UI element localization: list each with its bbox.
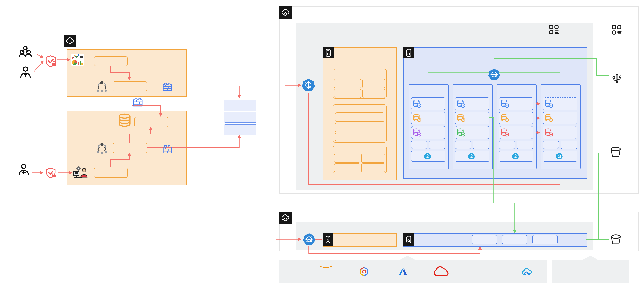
db-cluster-item bbox=[455, 97, 489, 110]
metrics-chip bbox=[543, 140, 559, 149]
db-icon bbox=[413, 99, 422, 108]
chip-oteld-exporter bbox=[334, 79, 361, 88]
tencent-cloud-logo bbox=[522, 267, 532, 276]
chip-ellipsis bbox=[362, 89, 385, 98]
open-api-top-button bbox=[113, 81, 147, 92]
open-api-bottom-button bbox=[113, 143, 147, 153]
db-cluster-item bbox=[411, 112, 446, 124]
metadb-box bbox=[134, 117, 168, 127]
kubelet-chip bbox=[543, 151, 577, 162]
db-icon bbox=[500, 128, 509, 137]
db-cluster-item bbox=[543, 112, 577, 124]
service-k8s-icon bbox=[488, 68, 500, 81]
db-cluster-item bbox=[499, 97, 533, 110]
db-icon bbox=[457, 114, 466, 122]
chip-ellipsis bbox=[335, 132, 384, 141]
network-policy-icon bbox=[162, 82, 172, 92]
nlb-icon bbox=[612, 72, 622, 84]
k8s-api-server-icon bbox=[303, 232, 315, 246]
chip-mysql-cr bbox=[335, 112, 384, 122]
aws-logo bbox=[318, 265, 334, 277]
kb-env-dots-box bbox=[224, 112, 256, 122]
platform-engineers-icon bbox=[17, 163, 30, 177]
ha-chip bbox=[473, 140, 489, 149]
oracle-logo bbox=[432, 265, 450, 278]
chip-backup-pitr bbox=[334, 89, 361, 98]
db-cluster-item bbox=[499, 126, 533, 139]
node-chip bbox=[532, 235, 558, 244]
db-icon bbox=[544, 99, 553, 108]
db-cluster-item bbox=[543, 97, 577, 110]
db-icon bbox=[544, 128, 553, 137]
ha-chip bbox=[429, 140, 446, 149]
api-icon bbox=[96, 141, 108, 155]
azure-logo bbox=[399, 267, 407, 276]
node-chip bbox=[502, 235, 528, 244]
developers-icon bbox=[16, 46, 35, 61]
legend-control-line bbox=[94, 16, 158, 16]
k8s-icon bbox=[512, 153, 519, 160]
db-cluster-item bbox=[411, 126, 446, 139]
k8s-icon bbox=[468, 153, 475, 160]
db-icon bbox=[457, 128, 466, 137]
chip-alertmgr bbox=[334, 164, 360, 172]
api-icon bbox=[96, 80, 108, 93]
kubeblocks-logo-icon bbox=[403, 47, 414, 58]
s3-bucket-icon bbox=[610, 146, 622, 159]
chip-prometheus bbox=[334, 154, 360, 163]
kb-env-n-box bbox=[224, 124, 256, 135]
metrics-chip bbox=[455, 140, 471, 149]
db-icon bbox=[544, 114, 553, 122]
db-icon bbox=[500, 114, 509, 122]
ha-chip bbox=[561, 140, 577, 149]
region-n-cloud-icon bbox=[279, 212, 292, 224]
google-cloud-logo bbox=[359, 267, 369, 276]
network-policy-icon bbox=[162, 144, 172, 154]
ha-chip bbox=[517, 140, 533, 149]
chip-ellipsis bbox=[361, 164, 385, 172]
db-cluster-item bbox=[455, 112, 489, 124]
auth-shield-icon bbox=[46, 167, 57, 179]
apps-inside-icon bbox=[549, 24, 560, 35]
db-icon bbox=[500, 99, 509, 108]
admin-console-button bbox=[94, 168, 128, 178]
admin-engineer-icon bbox=[73, 165, 90, 179]
chip-sql-audit bbox=[362, 79, 385, 88]
db-icon bbox=[413, 114, 422, 122]
dbas-icon bbox=[19, 66, 32, 80]
dashboard-icon bbox=[71, 54, 84, 66]
node-chip bbox=[472, 235, 497, 244]
legend-data-line bbox=[94, 23, 158, 24]
metrics-chip bbox=[411, 140, 427, 149]
region-x-cloud-icon bbox=[64, 34, 76, 47]
kubeblocks-logo-icon bbox=[323, 47, 334, 58]
db-cluster-item bbox=[455, 126, 489, 139]
chip-csi-s3 bbox=[361, 154, 385, 163]
db-cluster-item bbox=[411, 97, 446, 110]
region-1-cloud-icon bbox=[279, 6, 292, 18]
user-console-button bbox=[94, 56, 128, 66]
kubeblocks-logo-icon bbox=[403, 233, 414, 246]
kubelet-chip bbox=[499, 151, 533, 162]
metadb-cylinder-icon bbox=[118, 113, 132, 128]
apps-outside-icon bbox=[612, 25, 622, 36]
k8s-api-server-icon bbox=[302, 78, 315, 92]
db-cluster-item bbox=[499, 112, 533, 124]
db-icon bbox=[457, 99, 466, 108]
architecture-diagram bbox=[0, 0, 644, 287]
k8s-icon bbox=[424, 153, 431, 160]
k8s-icon bbox=[556, 153, 563, 160]
chip-postgresql-cr bbox=[335, 123, 384, 132]
kubeblocks-logo-icon bbox=[322, 233, 333, 246]
kubelet-chip bbox=[411, 151, 446, 162]
metrics-chip bbox=[499, 140, 515, 149]
s3-bucket-icon bbox=[610, 233, 622, 246]
network-policy-icon bbox=[132, 96, 143, 107]
kb-env-1-box bbox=[224, 100, 256, 111]
kubelet-chip bbox=[455, 151, 489, 162]
auth-shield-icon bbox=[45, 55, 57, 68]
db-icon bbox=[413, 128, 422, 137]
db-cluster-item bbox=[543, 126, 577, 139]
